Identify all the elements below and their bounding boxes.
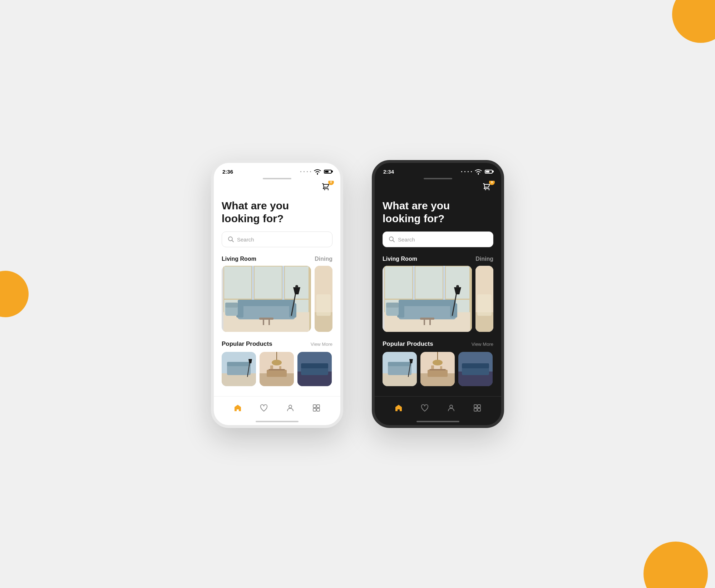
svg-rect-37 — [267, 370, 287, 377]
popular-header-light: Popular Products View More — [222, 340, 332, 348]
grid-icon-dark — [473, 404, 482, 412]
svg-rect-75 — [420, 318, 434, 320]
categories-header-light: Living Room Dining — [222, 256, 332, 262]
svg-point-39 — [272, 360, 282, 365]
svg-rect-19 — [225, 303, 238, 308]
svg-rect-40 — [268, 369, 285, 370]
time-dark: 2:34 — [383, 169, 394, 175]
svg-point-47 — [289, 405, 292, 408]
phones-container: 2:36 — [211, 160, 504, 428]
battery-icon-dark — [485, 170, 493, 174]
svg-rect-71 — [386, 303, 399, 308]
signal-dot1-dark — [461, 171, 462, 172]
svg-rect-102 — [474, 408, 477, 411]
notch-dark — [375, 178, 501, 179]
nav-profile-light[interactable] — [283, 401, 297, 415]
nav-favorites-light[interactable] — [257, 401, 271, 415]
product-thumb-3-dark[interactable] — [458, 352, 493, 386]
product-thumb-2-dark[interactable] — [420, 352, 455, 386]
product-img-1-dark — [383, 352, 417, 386]
cart-badge-light: 0 — [328, 181, 334, 185]
popular-title-light: Popular Products — [222, 340, 272, 348]
svg-rect-98 — [462, 363, 489, 368]
battery-fill-dark — [486, 171, 489, 173]
dining-img-partial-dark[interactable] — [475, 266, 493, 332]
home-icon-light — [233, 404, 242, 412]
nav-categories-dark[interactable] — [470, 401, 484, 415]
product-img-3-dark — [458, 352, 493, 386]
svg-rect-42 — [279, 366, 281, 369]
svg-point-1 — [328, 189, 329, 190]
living-room-scene-light — [222, 266, 311, 332]
svg-rect-15 — [238, 300, 295, 306]
nav-home-dark[interactable] — [391, 401, 406, 415]
nav-home-light[interactable] — [231, 401, 245, 415]
grid-icon-light — [312, 404, 321, 412]
living-room-img-light[interactable] — [222, 266, 311, 332]
svg-rect-93 — [431, 365, 434, 369]
dining-label-dark: Dining — [475, 256, 493, 262]
svg-rect-9 — [255, 266, 282, 299]
nav-favorites-dark[interactable] — [418, 401, 432, 415]
svg-rect-49 — [317, 405, 320, 408]
view-more-dark[interactable]: View More — [472, 342, 493, 347]
product-thumb-1-light[interactable] — [222, 352, 256, 386]
products-row-light — [222, 352, 332, 386]
search-icon-dark — [389, 236, 395, 243]
svg-rect-23 — [259, 318, 273, 320]
popular-header-dark: Popular Products View More — [383, 340, 493, 348]
home-bar-light — [256, 421, 299, 422]
product-thumb-2-light[interactable] — [260, 352, 294, 386]
cart-button-dark[interactable]: 0 — [480, 181, 493, 194]
search-bar-light[interactable]: Search — [222, 231, 332, 247]
user-icon-light — [286, 404, 295, 412]
svg-rect-24 — [263, 320, 264, 325]
battery-fill-light — [325, 171, 329, 173]
product-img-2-light — [260, 352, 294, 386]
living-room-label-dark: Living Room — [383, 256, 417, 262]
product-thumb-3-light[interactable] — [297, 352, 332, 386]
products-row-dark — [383, 352, 493, 386]
view-more-light[interactable]: View More — [311, 342, 332, 347]
product-img-3-light — [297, 352, 332, 386]
time-light: 2:36 — [222, 169, 233, 175]
signal-dot3 — [307, 171, 308, 172]
nav-profile-dark[interactable] — [444, 401, 458, 415]
svg-rect-89 — [428, 370, 448, 377]
status-icons-dark — [461, 167, 493, 176]
svg-rect-30 — [222, 373, 256, 386]
heading-dark: What are youlooking for? — [383, 199, 493, 225]
cart-row-light: 0 — [222, 181, 332, 194]
home-icon-dark — [394, 404, 403, 412]
dining-img-partial-light[interactable] — [315, 266, 332, 332]
svg-rect-100 — [474, 405, 477, 408]
svg-rect-101 — [478, 405, 480, 408]
search-placeholder-dark: Search — [398, 236, 415, 243]
svg-rect-48 — [313, 405, 316, 408]
svg-point-52 — [485, 189, 486, 190]
heart-icon-dark — [420, 404, 429, 412]
nav-categories-light[interactable] — [309, 401, 324, 415]
cart-row-dark: 0 — [383, 181, 493, 194]
svg-point-53 — [489, 189, 490, 190]
search-bar-dark[interactable]: Search — [383, 231, 493, 247]
wifi-icon-light — [313, 167, 322, 176]
decoration-circle-top-right — [672, 0, 715, 43]
living-room-img-dark[interactable] — [383, 266, 472, 332]
cart-button-light[interactable]: 0 — [320, 181, 332, 194]
category-row-dark — [383, 266, 493, 332]
svg-rect-84 — [388, 362, 411, 366]
living-room-scene-dark — [383, 266, 472, 332]
category-row-light — [222, 266, 332, 332]
svg-rect-92 — [429, 369, 446, 370]
home-bar-dark — [416, 421, 459, 422]
notch-bar-light — [263, 178, 291, 179]
product-thumb-1-dark[interactable] — [383, 352, 417, 386]
dining-label-light: Dining — [315, 256, 332, 262]
status-bar-light: 2:36 — [214, 163, 340, 178]
status-bar-dark: 2:34 — [375, 163, 501, 178]
svg-point-74 — [456, 285, 459, 288]
heart-icon-light — [260, 404, 268, 412]
status-icons-light — [300, 167, 332, 176]
notch-light — [214, 178, 340, 179]
